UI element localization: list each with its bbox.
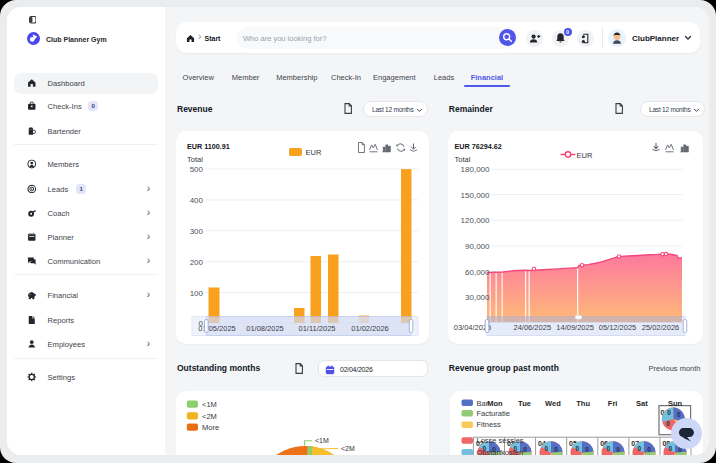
svg-text:150,000: 150,000 — [461, 190, 490, 199]
svg-text:01/05/2025: 01/05/2025 — [198, 323, 236, 332]
svg-text:180,000: 180,000 — [461, 164, 490, 173]
svg-text:Facturatie: Facturatie — [477, 409, 510, 418]
svg-text:120,000: 120,000 — [461, 216, 490, 225]
svg-text:200: 200 — [190, 257, 204, 266]
svg-text:<1M: <1M — [315, 437, 329, 444]
svg-text:Thu: Thu — [576, 399, 590, 408]
svg-text:01/08/2025: 01/08/2025 — [246, 323, 284, 332]
svg-text:<1M: <1M — [202, 400, 217, 409]
svg-text:Mon: Mon — [487, 399, 503, 408]
svg-text:25/02/2026: 25/02/2026 — [642, 323, 680, 332]
svg-text:01/02/2026: 01/02/2026 — [351, 323, 389, 332]
svg-text:Losse sessies: Losse sessies — [477, 436, 524, 445]
svg-text:Wed: Wed — [545, 399, 561, 408]
svg-text:05/12/2025: 05/12/2025 — [599, 323, 637, 332]
svg-text:Sat: Sat — [636, 399, 648, 408]
svg-text:<2M: <2M — [202, 412, 217, 421]
svg-text:More: More — [202, 423, 219, 432]
svg-text:01/11/2025: 01/11/2025 — [299, 323, 336, 332]
svg-text:60,000: 60,000 — [465, 267, 490, 276]
svg-text:0: 0 — [667, 409, 671, 416]
svg-text:500: 500 — [190, 164, 204, 173]
svg-text:Sun: Sun — [668, 399, 683, 408]
svg-text:Fri: Fri — [608, 399, 618, 408]
svg-text:400: 400 — [190, 195, 204, 204]
svg-text:<2M: <2M — [341, 445, 355, 452]
svg-text:30,000: 30,000 — [465, 293, 490, 302]
svg-text:24/06/2025: 24/06/2025 — [514, 323, 552, 332]
svg-text:300: 300 — [190, 226, 204, 235]
svg-text:14/09/2025: 14/09/2025 — [556, 323, 594, 332]
svg-text:100: 100 — [190, 288, 204, 297]
svg-text:Opstartkosten: Opstartkosten — [477, 448, 524, 455]
svg-text:90,000: 90,000 — [465, 241, 490, 250]
svg-text:Fitness: Fitness — [477, 420, 501, 429]
svg-text:Tue: Tue — [518, 399, 531, 408]
